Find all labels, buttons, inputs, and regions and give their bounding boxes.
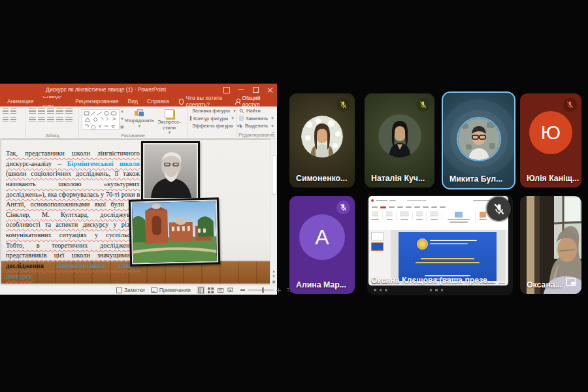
previous-slide-icon[interactable]: ▲ (272, 269, 276, 273)
initial-avatar: А (299, 214, 345, 260)
align-left-icon[interactable] (29, 117, 36, 123)
tab-animation[interactable]: Анимация (3, 96, 38, 106)
arrange-button[interactable]: Упорядочить ▼ (124, 109, 154, 135)
ribbon-group-drawing: ▲▼▦ Упорядочить ▼ Экспресс-стили ▼ Рисов… (79, 106, 188, 140)
portrait-photo[interactable] (141, 141, 200, 201)
find-button[interactable]: Найти (239, 108, 274, 114)
shape-fill-button[interactable]: Заливка фигуры▼ (190, 108, 233, 114)
avatar (378, 114, 421, 157)
slide-sorter-view-button[interactable] (206, 286, 215, 294)
mini-thumbnail-1 (371, 232, 384, 240)
powerpoint-window: Дискурс як лінгвістичне явище (1) - Powe… (0, 84, 277, 294)
notes-toggle[interactable]: Заметки (116, 287, 145, 293)
tab-view[interactable]: Вид (123, 96, 143, 106)
select-button[interactable]: Выделить▼ (239, 123, 274, 129)
tell-me-search[interactable]: Что вы хотите сделать? (179, 95, 235, 108)
zoom-control (240, 288, 281, 293)
slide-nav-icon[interactable]: ▣ (272, 280, 276, 284)
scrollbar-thumb[interactable] (272, 155, 277, 195)
initial-avatar: Ю (529, 111, 572, 154)
group-label-drawing: Рисование (79, 133, 187, 139)
slide-text-block[interactable]: Так, представники школи лінгвістичного д… (6, 148, 140, 281)
shape-outline-button[interactable]: Контур фигуры▼ (190, 116, 233, 122)
next-slide-icon[interactable]: ▼ (272, 274, 276, 278)
lightbulb-icon (179, 99, 184, 105)
vertical-scrollbar[interactable]: ▲▼▣ (270, 139, 277, 285)
titlebar[interactable]: Дискурс як лінгвістичне явище (1) - Powe… (0, 84, 277, 96)
shape-outline-icon (190, 116, 191, 121)
bullets-icon[interactable] (29, 108, 36, 115)
person-icon (235, 99, 239, 104)
mini-thumbnail-2-selected (371, 242, 384, 251)
arrange-icon (135, 109, 144, 117)
font-color-icon[interactable] (3, 117, 8, 123)
ribbon-group-font-partial (0, 106, 26, 140)
participant-video-tile[interactable]: Оксана... (520, 196, 581, 294)
participant-tile[interactable]: Симоненко... (289, 93, 355, 188)
hyperlink-text[interactable]: Бірмінгемської школи (67, 160, 140, 167)
mini-editor-body (368, 230, 508, 281)
participant-tile[interactable]: Ю Юлія Каніщ... (520, 93, 581, 188)
avatar (457, 117, 501, 161)
justify-icon[interactable] (56, 117, 63, 123)
reading-view-button[interactable] (216, 286, 225, 294)
zoom-out-icon[interactable] (240, 289, 245, 291)
participant-tile-active-speaker[interactable]: Микита Бул... (442, 91, 515, 189)
replace-button[interactable]: Заменить▼ (239, 116, 274, 122)
maximize-button[interactable] (248, 84, 263, 96)
screen-share-tile[interactable]: Оксана Клєщова (ваша презе... (367, 195, 513, 295)
audio-muted-icon (487, 197, 511, 221)
picture-in-picture-icon[interactable] (566, 277, 576, 289)
mini-university-emblem (417, 238, 428, 250)
mini-slide-thumbnails (368, 230, 391, 281)
normal-view-button[interactable] (197, 286, 205, 294)
participant-name: Микита Бул... (449, 174, 502, 184)
mic-muted-icon (563, 98, 577, 112)
minimize-button[interactable] (234, 84, 248, 96)
slide-canvas: Так, представники школи лінгвістичного д… (0, 139, 277, 285)
building-photo[interactable] (129, 197, 220, 266)
tab-review[interactable]: Рецензирование (71, 96, 123, 106)
ribbon-display-options-icon[interactable] (220, 84, 234, 96)
close-button[interactable] (263, 84, 277, 96)
font-size-icon[interactable] (3, 108, 8, 115)
indent-decrease-icon[interactable] (47, 108, 54, 115)
shape-effects-button[interactable]: Эффекты фигуры▼ (190, 123, 233, 129)
participant-tile[interactable]: А Алина Мар... (289, 196, 355, 294)
ribbon-group-paragraph: Абзац (26, 106, 79, 140)
slideshow-view-button[interactable] (226, 286, 235, 294)
share-button[interactable]: Общий доступ (235, 95, 272, 108)
columns-icon[interactable] (65, 117, 73, 123)
clear-format-icon[interactable] (10, 108, 16, 115)
ribbon-group-shape-format: Заливка фигуры▼ Контур фигуры▼ Эффекты ф… (188, 106, 237, 139)
group-label-paragraph: Абзац (26, 133, 78, 139)
participant-name: Юлія Каніщ... (527, 174, 579, 183)
slide[interactable]: Так, представники школи лінгвістичного д… (1, 140, 270, 284)
participant-name: Оксана Клєщова (ваша презе... (371, 276, 494, 285)
quick-styles-icon (165, 109, 174, 118)
shapes-gallery[interactable] (82, 109, 120, 130)
notes-icon (116, 287, 122, 293)
align-center-icon[interactable] (38, 117, 45, 123)
comments-toggle[interactable]: Примечания (151, 287, 191, 293)
status-bar: Заметки Примечания 72% (0, 285, 277, 295)
align-right-icon[interactable] (47, 117, 54, 123)
collapse-ribbon-icon[interactable]: ⌃ (271, 131, 275, 137)
mini-app-icon (371, 199, 374, 202)
zoom-in-icon[interactable] (276, 288, 281, 293)
participant-name: Оксана... (527, 280, 562, 289)
screen: Дискурс як лінгвістичне явище (1) - Powe… (0, 0, 588, 392)
mic-muted-icon (336, 201, 350, 214)
participant-name: Алина Мар... (296, 280, 346, 289)
tab-help[interactable]: Справка (142, 96, 174, 106)
ribbon: Абзац ▲▼▦ (0, 106, 277, 139)
char-spacing-icon[interactable] (10, 117, 16, 123)
participant-tile[interactable]: Наталія Куч... (365, 93, 434, 188)
numbering-icon[interactable] (38, 108, 45, 115)
line-spacing-icon[interactable] (65, 108, 73, 115)
indent-increase-icon[interactable] (56, 108, 63, 115)
chevron-down-icon: ▼ (138, 124, 142, 128)
quick-styles-button[interactable]: Экспресс-стили ▼ (154, 109, 184, 135)
zoom-slider-thumb[interactable] (262, 287, 264, 293)
zoom-slider[interactable] (248, 289, 274, 291)
